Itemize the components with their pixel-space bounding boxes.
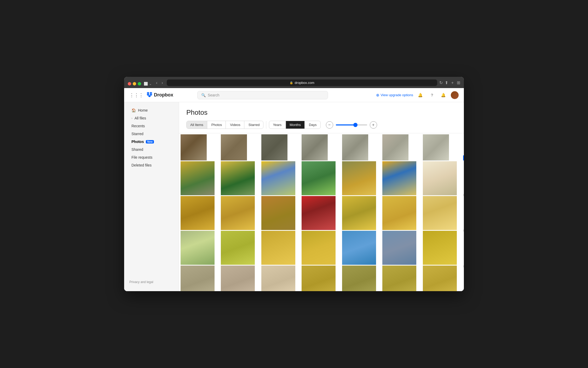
scroll-tick [463,229,464,232]
photo-cell[interactable] [382,161,416,195]
photo-cell[interactable] [342,161,376,195]
photo-cell[interactable] [423,134,449,160]
chevron-right-icon: › [131,117,132,120]
sidebar-item-label: Home [138,108,148,112]
home-icon: 🏠 [131,108,136,112]
share-icon[interactable]: ⬆ [445,80,448,85]
privacy-legal-link[interactable]: Privacy and legal [124,277,179,287]
browser-window: ⬜ ⌄ ‹ › 🔒 dropbox.com ↻ ⬆ + ⊞ [124,77,464,291]
sidebar-item-file-requests[interactable]: File requests [126,153,177,161]
photo-cell[interactable] [261,161,295,195]
photo-cell[interactable] [261,134,287,160]
sidebar-item-shared[interactable]: Shared [126,146,177,153]
photo-cell[interactable] [342,266,376,291]
photo-cell[interactable] [423,266,457,291]
filter-group: All Items Photos Videos Starred [186,121,263,129]
close-button[interactable] [128,82,131,85]
photo-cell[interactable] [261,231,295,265]
notification-badge-icon[interactable]: 🔔 [416,91,425,99]
photo-cell[interactable] [382,266,416,291]
chevron-down-icon[interactable]: ⌄ [149,82,152,86]
photo-cell[interactable] [302,161,336,195]
sidebar-item-label: Recents [131,124,145,128]
forward-button[interactable]: › [160,80,164,86]
sidebar-item-photos[interactable]: Photos New [126,138,177,146]
photo-cell[interactable] [181,231,215,265]
sidebar-item-recents[interactable]: Recents [126,122,177,130]
top-nav: ⋮⋮⋮ Dropbox 🔍 Search ⊕ View upgrade opti… [124,88,464,102]
sidebar-toggle-icon[interactable]: ⬜ [144,82,148,86]
photo-cell[interactable] [221,266,255,291]
new-badge: New [146,140,154,143]
photo-cell[interactable] [181,161,215,195]
main-layout: 🏠 Home › All files Recents Starred Photo… [124,102,464,291]
back-button[interactable]: ‹ [154,80,159,86]
time-years[interactable]: Years [269,121,285,129]
photo-cell[interactable] [302,266,336,291]
scroll-thumb [463,155,464,160]
photo-cell[interactable] [181,134,207,160]
url-text: dropbox.com [295,81,314,85]
sidebar-item-label: File requests [131,155,152,159]
fullscreen-button[interactable] [138,82,141,85]
search-bar[interactable]: 🔍 Search [197,91,328,99]
photo-cell[interactable] [221,161,255,195]
dropbox-logo-icon [147,91,152,99]
sidebar-item-all-files[interactable]: › All files [126,114,177,122]
photo-cell[interactable] [302,196,336,230]
filter-videos[interactable]: Videos [226,121,244,129]
photo-cell[interactable] [382,196,416,230]
nav-buttons: ‹ › [154,80,165,86]
time-months[interactable]: Months [286,121,305,129]
zoom-out-button[interactable]: − [326,121,333,129]
nav-right: ⊕ View upgrade options 🔔 ? 🔔 [376,91,459,99]
apps-grid-icon[interactable]: ⋮⋮⋮ [129,92,143,98]
filter-photos[interactable]: Photos [208,121,226,129]
photo-cell[interactable] [221,196,255,230]
zoom-in-button[interactable]: + [370,121,377,129]
add-tab-icon[interactable]: + [451,80,454,85]
photo-cell[interactable] [342,196,376,230]
photo-cell[interactable] [382,134,408,160]
zoom-slider[interactable] [336,124,367,125]
time-days[interactable]: Days [305,121,320,129]
photo-cell[interactable] [423,231,457,265]
photo-cell[interactable] [221,134,247,160]
browser-actions: ⬆ + ⊞ [445,80,460,85]
zoom-controls: − + [326,121,377,129]
filter-starred[interactable]: Starred [245,121,263,129]
sidebar-item-deleted-files[interactable]: Deleted files [126,161,177,169]
grid-icon[interactable]: ⊞ [457,80,460,85]
photo-cell[interactable] [302,134,328,160]
sidebar-item-label: All files [135,116,146,120]
photo-cell[interactable] [423,196,457,230]
content-area: Photos All Items Photos Videos Starred Y… [179,102,464,291]
search-icon: 🔍 [201,93,206,97]
photo-cell[interactable] [221,231,255,265]
logo-area[interactable]: Dropbox [147,91,173,99]
filter-all-items[interactable]: All Items [187,121,207,129]
bell-icon[interactable]: 🔔 [439,91,448,99]
photo-grid [180,133,463,291]
photo-cell[interactable] [342,231,376,265]
upgrade-link[interactable]: ⊕ View upgrade options [376,93,413,97]
photo-cell[interactable] [423,161,457,195]
refresh-icon[interactable]: ↻ [439,80,443,85]
photo-cell[interactable] [261,266,295,291]
upgrade-label: View upgrade options [381,93,413,97]
content-header: Photos [179,102,464,121]
address-bar[interactable]: 🔒 dropbox.com [167,79,437,86]
photo-cell[interactable] [382,231,416,265]
photo-cell[interactable] [181,196,215,230]
minimize-button[interactable] [133,82,136,85]
photo-cell[interactable] [302,231,336,265]
app-content: ⋮⋮⋮ Dropbox 🔍 Search ⊕ View upgrade opti… [124,88,464,291]
avatar[interactable] [451,91,459,99]
photo-cell[interactable] [261,196,295,230]
sidebar-item-starred[interactable]: Starred [126,130,177,138]
help-icon[interactable]: ? [428,91,436,99]
photo-cell[interactable] [342,134,368,160]
sidebar-item-home[interactable]: 🏠 Home [126,106,177,114]
scroll-tick [463,265,464,267]
photo-cell[interactable] [181,266,215,291]
